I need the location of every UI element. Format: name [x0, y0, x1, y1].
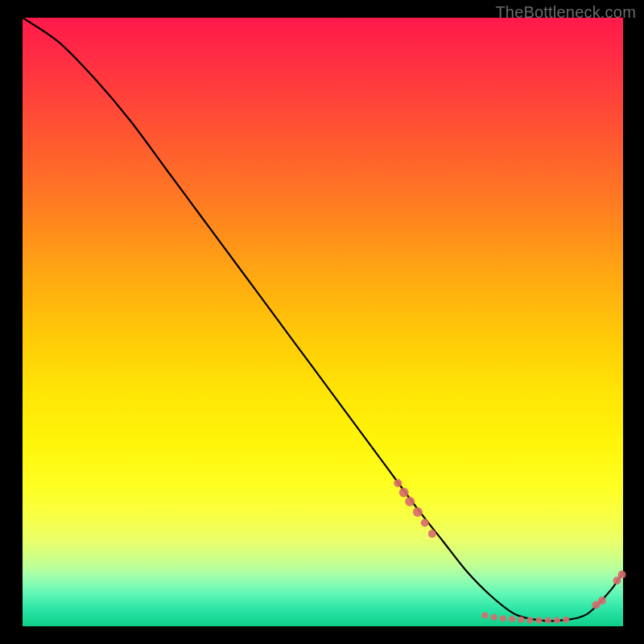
- data-marker: [481, 612, 488, 618]
- data-marker: [428, 530, 436, 538]
- data-marker: [554, 617, 560, 623]
- chart-svg: [23, 18, 623, 626]
- data-marker: [509, 616, 515, 622]
- data-marker: [563, 617, 569, 623]
- data-marker: [618, 571, 626, 579]
- data-marker: [526, 617, 533, 623]
- data-marker: [394, 479, 402, 487]
- data-marker: [518, 617, 524, 623]
- data-marker: [598, 597, 606, 605]
- data-marker: [500, 615, 506, 621]
- data-marker: [421, 519, 429, 527]
- data-marker: [491, 614, 497, 621]
- data-marker: [413, 507, 423, 517]
- data-marker: [405, 497, 415, 506]
- watermark-text: TheBottleneck.com: [495, 3, 636, 22]
- data-markers: [394, 479, 625, 623]
- data-marker: [545, 617, 551, 623]
- bottleneck-curve: [23, 18, 623, 621]
- data-marker: [536, 617, 543, 623]
- data-marker: [399, 488, 409, 497]
- chart-plot-area: [23, 18, 623, 626]
- chart-frame: TheBottleneck.com: [0, 0, 644, 644]
